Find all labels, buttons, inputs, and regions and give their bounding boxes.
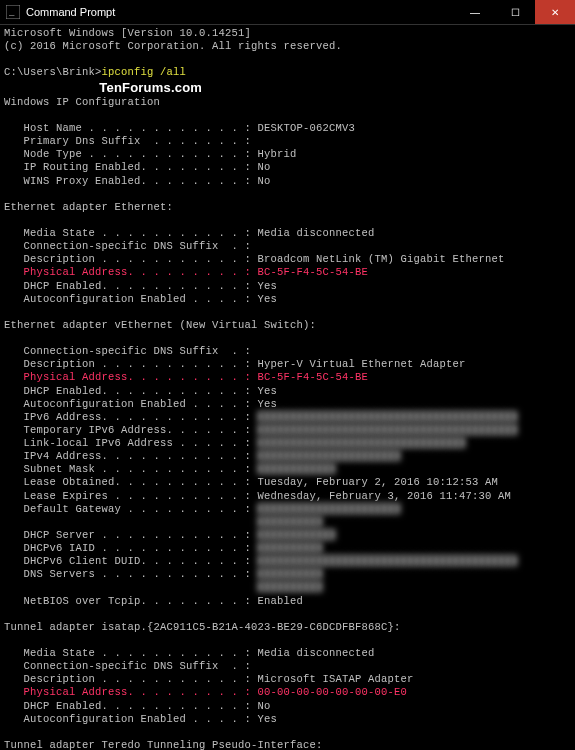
veth-dhcpserver-blur: ████████████ — [258, 529, 336, 541]
veth-desc-value: Hyper-V Virtual Ethernet Adapter — [258, 358, 466, 370]
isa-phys-label: Physical Address. . . . . . . . . : — [4, 686, 258, 698]
command-text: ipconfig /all — [102, 66, 187, 78]
veth-subnet-label: Subnet Mask . . . . . . . . . . . : — [4, 463, 258, 475]
copyright-line: (c) 2016 Microsoft Corporation. All righ… — [4, 40, 342, 52]
veth-tmpipv6-blur: ████████████████████████████████████████ — [258, 424, 518, 436]
veth-dhcp-value: Yes — [258, 385, 278, 397]
eth-desc-label: Description . . . . . . . . . . . : — [4, 253, 258, 265]
veth-subnet-blur: ████████████ — [258, 463, 336, 475]
veth-lease-obt-value: Tuesday, February 2, 2016 10:12:53 AM — [258, 476, 499, 488]
svg-text:_: _ — [8, 8, 15, 18]
veth-ipv4-label: IPv4 Address. . . . . . . . . . . : — [4, 450, 258, 462]
isa-desc-value: Microsoft ISATAP Adapter — [258, 673, 414, 685]
prompt-path: C:\Users\Brink> — [4, 66, 102, 78]
wins-proxy-value: No — [258, 175, 271, 187]
node-type-value: Hybrid — [258, 148, 297, 160]
isa-media-value: Media disconnected — [258, 647, 375, 659]
eth-dhcp-label: DHCP Enabled. . . . . . . . . . . : — [4, 280, 258, 292]
veth-ipv4-blur: ██████████████████████ — [258, 450, 401, 462]
minimize-button[interactable]: — — [455, 0, 495, 24]
veth-lease-exp-value: Wednesday, February 3, 2016 11:47:30 AM — [258, 490, 512, 502]
veth-netbios-label: NetBIOS over Tcpip. . . . . . . . : — [4, 595, 258, 607]
veth-tmpipv6-label: Temporary IPv6 Address. . . . . . : — [4, 424, 258, 436]
isa-dhcp-value: No — [258, 700, 271, 712]
veth-phys-label: Physical Address. . . . . . . . . : — [4, 371, 258, 383]
veth-gateway-blur: ██████████████████████ — [258, 503, 401, 515]
veth-iaid-label: DHCPv6 IAID . . . . . . . . . . . : — [4, 542, 258, 554]
veth-phys-value: BC-5F-F4-5C-54-BE — [258, 371, 369, 383]
isa-auto-value: Yes — [258, 713, 278, 725]
eth-dhcp-value: Yes — [258, 280, 278, 292]
veth-dnsservers-blur: ██████████ — [258, 568, 323, 580]
section-title-isatap: Tunnel adapter isatap.{2AC911C5-B21A-402… — [4, 621, 401, 633]
veth-lease-obt-label: Lease Obtained. . . . . . . . . . : — [4, 476, 258, 488]
isa-desc-label: Description . . . . . . . . . . . : — [4, 673, 258, 685]
veth-dnsservers-label: DNS Servers . . . . . . . . . . . : — [4, 568, 258, 580]
close-button[interactable]: ✕ — [535, 0, 575, 24]
watermark-text: TenForums.com — [4, 80, 202, 95]
ip-routing-value: No — [258, 161, 271, 173]
window-controls: — ☐ ✕ — [455, 0, 575, 24]
veth-duid-label: DHCPv6 Client DUID. . . . . . . . : — [4, 555, 258, 567]
wins-proxy-label: WINS Proxy Enabled. . . . . . . . : — [4, 175, 258, 187]
veth-gateway-label: Default Gateway . . . . . . . . . : — [4, 503, 258, 515]
veth-llipv6-label: Link-local IPv6 Address . . . . . : — [4, 437, 258, 449]
titlebar-left: _ Command Prompt — [0, 5, 115, 19]
eth-phys-value: BC-5F-F4-5C-54-BE — [258, 266, 369, 278]
isa-phys-value: 00-00-00-00-00-00-00-E0 — [258, 686, 408, 698]
host-name-value: DESKTOP-062CMV3 — [258, 122, 356, 134]
eth-auto-value: Yes — [258, 293, 278, 305]
veth-llipv6-blur: ████████████████████████████████ — [258, 437, 466, 449]
veth-dhcpserver-label: DHCP Server . . . . . . . . . . . : — [4, 529, 258, 541]
veth-dns-label: Connection-specific DNS Suffix . : — [4, 345, 251, 357]
section-title-vethernet: Ethernet adapter vEthernet (New Virtual … — [4, 319, 316, 331]
maximize-button[interactable]: ☐ — [495, 0, 535, 24]
veth-gateway-blur2: ██████████ — [4, 516, 323, 528]
veth-ipv6-blur: ████████████████████████████████████████ — [258, 411, 518, 423]
eth-dns-label: Connection-specific DNS Suffix . : — [4, 240, 251, 252]
veth-auto-value: Yes — [258, 398, 278, 410]
cmd-icon: _ — [6, 5, 20, 19]
veth-desc-label: Description . . . . . . . . . . . : — [4, 358, 258, 370]
host-name-label: Host Name . . . . . . . . . . . . : — [4, 122, 258, 134]
veth-auto-label: Autoconfiguration Enabled . . . . : — [4, 398, 258, 410]
isa-media-label: Media State . . . . . . . . . . . : — [4, 647, 258, 659]
veth-duid-blur: ████████████████████████████████████████ — [258, 555, 518, 567]
section-title-ethernet: Ethernet adapter Ethernet: — [4, 201, 173, 213]
primary-dns-label: Primary Dns Suffix . . . . . . . : — [4, 135, 251, 147]
veth-ipv6-label: IPv6 Address. . . . . . . . . . . : — [4, 411, 258, 423]
veth-dhcp-label: DHCP Enabled. . . . . . . . . . . : — [4, 385, 258, 397]
window-titlebar: _ Command Prompt — ☐ ✕ — [0, 0, 575, 25]
veth-dnsservers-blur2: ██████████ — [4, 581, 323, 593]
isa-auto-label: Autoconfiguration Enabled . . . . : — [4, 713, 258, 725]
eth-phys-label: Physical Address. . . . . . . . . : — [4, 266, 258, 278]
eth-media-label: Media State . . . . . . . . . . . : — [4, 227, 258, 239]
window-title: Command Prompt — [26, 6, 115, 18]
eth-auto-label: Autoconfiguration Enabled . . . . : — [4, 293, 258, 305]
eth-media-value: Media disconnected — [258, 227, 375, 239]
section-title-ipconfig: Windows IP Configuration — [4, 96, 160, 108]
isa-dhcp-label: DHCP Enabled. . . . . . . . . . . : — [4, 700, 258, 712]
veth-netbios-value: Enabled — [258, 595, 304, 607]
node-type-label: Node Type . . . . . . . . . . . . : — [4, 148, 258, 160]
isa-dns-label: Connection-specific DNS Suffix . : — [4, 660, 251, 672]
veth-lease-exp-label: Lease Expires . . . . . . . . . . : — [4, 490, 258, 502]
veth-iaid-blur: ██████████ — [258, 542, 323, 554]
eth-desc-value: Broadcom NetLink (TM) Gigabit Ethernet — [258, 253, 505, 265]
terminal-output[interactable]: Microsoft Windows [Version 10.0.14251] (… — [0, 25, 575, 750]
ip-routing-label: IP Routing Enabled. . . . . . . . : — [4, 161, 258, 173]
version-line: Microsoft Windows [Version 10.0.14251] — [4, 27, 251, 39]
section-title-teredo: Tunnel adapter Teredo Tunneling Pseudo-I… — [4, 739, 323, 750]
